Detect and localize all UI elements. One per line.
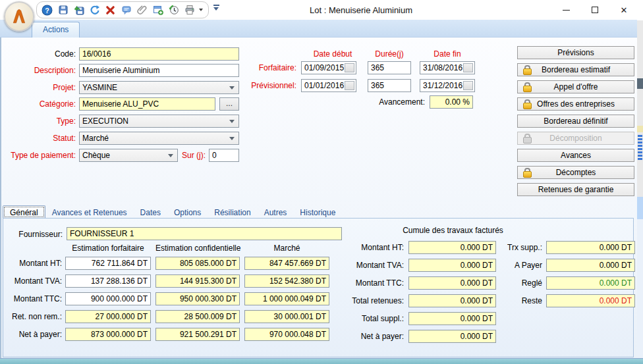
regle-field[interactable]: 0.000 DT <box>546 276 635 290</box>
trx-supp-label: Trx supp.: <box>489 243 542 252</box>
cumule-suppl-field[interactable]: 0.000 DT <box>408 312 496 325</box>
paiement-label: Type de paiement: <box>0 151 76 160</box>
previsions-button[interactable]: Prévisions <box>517 46 634 59</box>
ttc-forfaitaire-field[interactable]: 900 000.000 DT <box>65 292 151 305</box>
tva-confidentielle-field[interactable]: 144 915.300 DT <box>155 274 240 288</box>
tab-autres[interactable]: Autres <box>258 206 294 219</box>
offres-entreprises-button[interactable]: Offres des entreprises <box>517 97 634 111</box>
categorie-field[interactable]: Menuiserie ALU_PVC <box>79 97 215 111</box>
description-label: Description: <box>0 66 76 75</box>
statut-select[interactable]: Marché <box>79 132 239 145</box>
button-label: Offres des entreprises <box>537 99 615 109</box>
cumule-retenues-field[interactable]: 0.000 DT <box>408 294 496 307</box>
cumule-ttc-field[interactable]: 0.000 DT <box>408 276 496 290</box>
button-label: Bordereau estimatif <box>542 65 610 74</box>
bordereau-estimatif-button[interactable]: Bordereau estimatif <box>517 63 634 76</box>
net-confidentielle-field[interactable]: 921 500.291 DT <box>155 328 240 341</box>
cumule-tva-label: Montant TVA: <box>333 261 404 270</box>
description-field[interactable]: Menuiserie Aluminium <box>79 64 239 77</box>
net-forfaitaire-field[interactable]: 873 000.000 DT <box>65 328 151 341</box>
ret-marche-field[interactable]: 30 000.001 DT <box>244 310 329 323</box>
forfaitaire-duree-field[interactable]: 365 <box>368 61 411 74</box>
maximize-button[interactable] <box>584 0 606 20</box>
tab-options[interactable]: Options <box>167 206 208 219</box>
app-orb-button[interactable] <box>4 1 34 32</box>
ht-confidentielle-field[interactable]: 805 085.000 DT <box>155 257 240 270</box>
ret-confidentielle-field[interactable]: 28 500.009 DT <box>155 310 240 323</box>
regle-label: Reglé <box>489 278 542 288</box>
avancement-label: Avancement: <box>359 97 425 107</box>
tab-historique[interactable]: Historique <box>293 206 342 219</box>
ttc-confidentielle-field[interactable]: 950 000.300 DT <box>155 292 240 305</box>
a-payer-field[interactable]: 0.000 DT <box>546 259 635 272</box>
refresh-icon[interactable] <box>88 4 101 16</box>
tab-resiliation[interactable]: Résiliation <box>208 206 257 219</box>
date-picker-button[interactable] <box>345 81 354 90</box>
cumule-net-field[interactable]: 0.000 DT <box>408 330 496 343</box>
close-button[interactable]: ✕ <box>613 0 635 20</box>
ht-marche-field[interactable]: 847 457.669 DT <box>244 257 329 270</box>
minimize-icon <box>563 10 570 11</box>
save-as-icon[interactable] <box>72 4 85 16</box>
sur-label: Sur (j): <box>153 151 206 160</box>
projet-select[interactable]: YASMINE <box>79 81 239 94</box>
ttc-marche-field[interactable]: 1 000 000.049 DT <box>244 292 329 305</box>
appel-offre-button[interactable]: Appel d'offre <box>517 80 634 93</box>
cumule-ht-field[interactable]: 0.000 DT <box>408 241 496 254</box>
avances-button[interactable]: Avances <box>517 149 634 162</box>
tva-forfaitaire-field[interactable]: 137 288.136 DT <box>65 274 151 288</box>
button-label: Retenues de garantie <box>538 185 614 194</box>
cumule-ht-label: Montant HT: <box>333 243 404 252</box>
type-select[interactable]: EXECUTION <box>79 115 239 128</box>
cumule-ttc-label: Montant TTC: <box>333 278 404 288</box>
forfaitaire-label: Forfaitaire: <box>231 63 296 72</box>
date-picker-button[interactable] <box>463 81 473 90</box>
avancement-field[interactable]: 0.00 % <box>430 95 473 109</box>
ht-forfaitaire-field[interactable]: 762 711.864 DT <box>65 257 151 270</box>
date-value: 31/12/2016 <box>423 80 463 91</box>
attachment-icon[interactable] <box>136 4 148 16</box>
bordereau-definitif-button[interactable]: Bordereau définitif <box>517 115 634 128</box>
date-debut-header: Date début <box>300 49 366 59</box>
minimize-button[interactable] <box>555 0 577 20</box>
previsionnel-date-fin-field[interactable]: 31/12/2016 <box>420 79 475 92</box>
trx-supp-field[interactable]: 0.000 DT <box>546 241 635 254</box>
date-picker-button[interactable] <box>463 63 473 72</box>
projet-label: Projet: <box>0 83 76 92</box>
save-icon[interactable] <box>57 4 69 16</box>
col-estimation-confidentielle: Estimation confidentielle <box>155 244 240 253</box>
tab-general[interactable]: Général <box>3 205 45 219</box>
help-icon[interactable]: ? <box>41 4 53 16</box>
previsionnel-label: Prévisionnel: <box>231 81 296 90</box>
tab-dates[interactable]: Dates <box>134 206 167 219</box>
code-field[interactable]: 16/0016 <box>79 47 239 61</box>
previsionnel-date-debut-field[interactable]: 01/01/2016 <box>301 79 356 92</box>
sur-field[interactable]: 0 <box>209 149 239 162</box>
decomptes-button[interactable]: Décomptes <box>517 166 634 179</box>
print-icon[interactable] <box>183 4 196 16</box>
forfaitaire-date-fin-field[interactable]: 31/08/2016 <box>420 61 475 74</box>
fournisseur-field[interactable]: FOURNISSEUR 1 <box>67 227 342 240</box>
cumule-retenues-label: Total retenues: <box>333 296 404 305</box>
net-marche-field[interactable]: 970 000.048 DT <box>244 328 329 341</box>
tva-marche-field[interactable]: 152 542.380 DT <box>244 274 329 288</box>
print-dropdown-icon[interactable] <box>199 9 203 11</box>
date-picker-button[interactable] <box>345 63 354 72</box>
tab-actions[interactable]: Actions <box>32 22 80 38</box>
tab-avances-et-retenues[interactable]: Avances et Retenues <box>45 206 134 219</box>
bottom-tab-strip: Général Avances et Retenues Dates Option… <box>3 205 634 219</box>
forfaitaire-date-debut-field[interactable]: 01/09/2015 <box>301 61 356 74</box>
toolbar-overflow-button[interactable] <box>212 5 220 14</box>
new-form-icon[interactable] <box>152 4 164 16</box>
reste-field[interactable]: 0.000 DT <box>546 294 635 307</box>
history-icon[interactable] <box>167 4 180 16</box>
categorie-browse-button[interactable]: ... <box>219 97 239 111</box>
ret-forfaitaire-field[interactable]: 27 000.000 DT <box>65 310 151 323</box>
previsionnel-duree-field[interactable]: 365 <box>368 79 411 92</box>
comment-icon[interactable] <box>120 4 132 16</box>
statut-label: Statut: <box>0 134 76 143</box>
close-icon: ✕ <box>621 5 628 15</box>
retenues-garantie-button[interactable]: Retenues de garantie <box>517 183 634 196</box>
cumule-tva-field[interactable]: 0.000 DT <box>408 259 496 272</box>
delete-icon[interactable] <box>104 4 117 16</box>
